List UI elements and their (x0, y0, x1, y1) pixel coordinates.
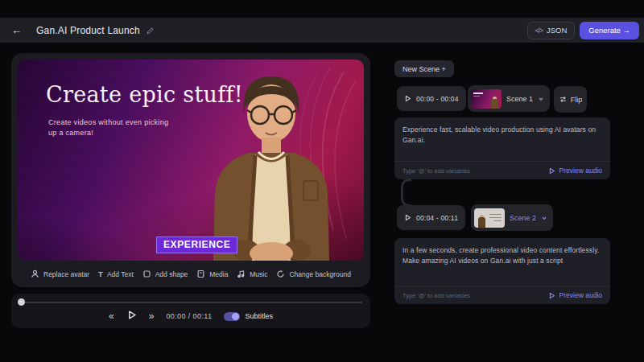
scene-2-preview-audio-button[interactable]: Preview audio (548, 291, 602, 299)
scene-2-script-card: In a few seconds, create professional vi… (394, 238, 610, 304)
play-audio-icon (548, 167, 555, 175)
subtitle-caption-badge[interactable]: EXPERIENCE (156, 237, 237, 253)
timeline-scrubber[interactable] (19, 302, 362, 303)
chevron-down-icon (538, 96, 544, 102)
add-text-button[interactable]: T Add Text (98, 269, 134, 278)
edit-toolbar: Replace avatar T Add Text Add shape Medi… (11, 261, 370, 287)
add-shape-button[interactable]: Add shape (142, 269, 188, 278)
play-scene-icon (404, 95, 411, 102)
editor-card: Create epic stuff! Create videos without… (11, 53, 370, 287)
top-bar: ← Gan.AI Product Launch </> JSON Generat… (0, 18, 644, 43)
generate-button-label: Generate → (588, 26, 630, 35)
subtitles-toggle[interactable] (224, 312, 240, 321)
replace-avatar-button[interactable]: Replace avatar (31, 269, 89, 278)
scene-1-time-pill[interactable]: 00:00 - 00:04 (397, 86, 466, 111)
scene-2-selector[interactable]: Scene 2 (471, 204, 553, 231)
skip-back-icon[interactable]: « (109, 311, 114, 321)
generate-button[interactable]: Generate → (580, 22, 639, 39)
music-icon (237, 269, 246, 278)
time-display: 00:00 / 00:11 (166, 312, 212, 320)
scene-1-preview-audio-button[interactable]: Preview audio (548, 167, 602, 175)
scene-1-script-card: Experience fast, scalable video producti… (394, 117, 610, 179)
subtitles-label: Subtitles (245, 312, 273, 320)
change-background-icon (276, 269, 285, 278)
code-icon: </> (535, 27, 543, 35)
back-icon[interactable]: ← (11, 24, 22, 36)
edit-title-icon[interactable] (146, 27, 154, 35)
json-button[interactable]: </> JSON (527, 22, 576, 39)
replace-avatar-icon (31, 269, 39, 278)
scene-1-script-input[interactable]: Experience fast, scalable video producti… (394, 117, 610, 152)
json-button-label: JSON (547, 26, 567, 35)
scene-2-thumbnail (474, 208, 505, 228)
video-subheadline-text[interactable]: Create videos without even picking up a … (48, 117, 168, 138)
scene-1-selector[interactable]: Scene 1 (468, 85, 550, 112)
scene-2-script-input[interactable]: In a few seconds, create professional vi… (394, 238, 610, 273)
skip-forward-icon[interactable]: » (149, 311, 155, 321)
new-scene-button[interactable]: New Scene + (394, 60, 454, 77)
add-text-icon: T (98, 269, 103, 278)
play-scene-icon (404, 214, 411, 221)
scene-connector-line (401, 179, 411, 207)
scene-2-script-footer: Type '@' to add variables Preview audio (394, 286, 610, 304)
scene-1-script-footer: Type '@' to add variables Preview audio (394, 161, 610, 179)
chevron-down-icon (541, 215, 547, 221)
scene-2-time-pill[interactable]: 00:04 - 00:11 (397, 205, 465, 230)
variables-hint: Type '@' to add variables (402, 167, 470, 175)
transport-controls: « » 00:00 / 00:11 Subtitles (11, 309, 370, 323)
change-background-button[interactable]: Change background (276, 269, 351, 278)
music-button[interactable]: Music (237, 269, 267, 278)
play-button[interactable] (126, 309, 137, 323)
playback-card: « » 00:00 / 00:11 Subtitles (11, 294, 370, 328)
add-shape-icon (142, 269, 151, 278)
variables-hint: Type '@' to add variables (402, 292, 470, 299)
project-title: Gan.AI Product Launch (36, 25, 140, 36)
play-audio-icon (548, 292, 555, 299)
media-icon (196, 269, 205, 278)
scene-1-thumbnail (471, 89, 502, 109)
playhead-handle[interactable] (18, 298, 25, 306)
flip-button[interactable]: Flip (554, 86, 587, 113)
media-button[interactable]: Media (196, 269, 228, 278)
flip-icon (559, 95, 568, 104)
video-headline-text[interactable]: Create epic stuff! (46, 82, 243, 107)
video-preview[interactable]: Create epic stuff! Create videos without… (18, 60, 364, 261)
